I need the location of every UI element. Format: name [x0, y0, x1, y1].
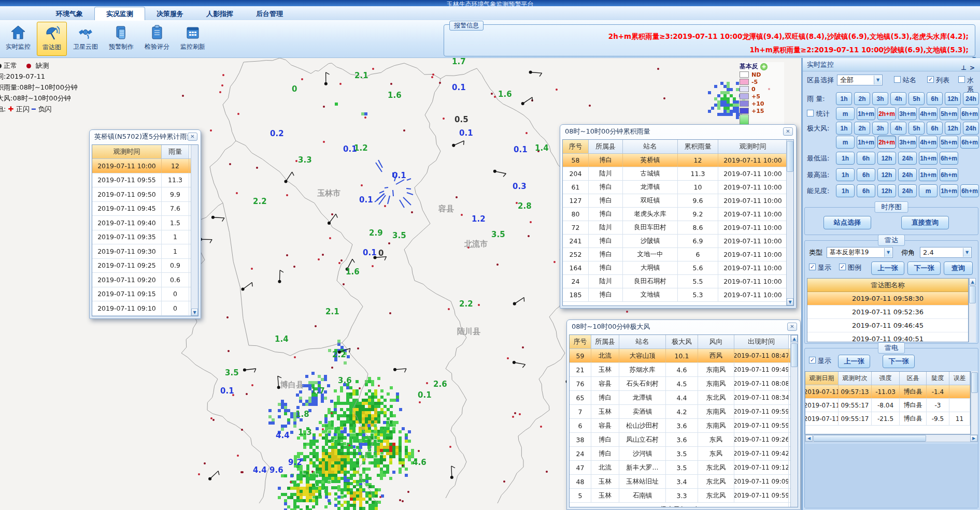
toolbar-button-6[interactable]: 监控刷新: [176, 22, 210, 56]
table-row[interactable]: 72陆川良田车田村8.62019-07-11 10:00: [563, 221, 793, 235]
interval-button-1h[interactable]: 1h: [836, 152, 855, 165]
table-row[interactable]: 59北流大容山顶10.1西风2019-07-11 08:47: [570, 349, 798, 363]
table-row[interactable]: 2019-07-11 09:100: [92, 301, 198, 316]
scroll-right-arrow[interactable]: ▶: [970, 435, 977, 442]
vertical-scrollbar[interactable]: ▼: [786, 140, 793, 305]
radar-query-button[interactable]: 查询: [944, 261, 973, 275]
table-row[interactable]: 58博白英桥镇122019-07-11 10:00: [563, 154, 793, 167]
menu-tab-3[interactable]: 决策服务: [145, 7, 195, 20]
interval-button-2h+m[interactable]: 2h+m: [877, 107, 896, 120]
table-row[interactable]: 76容县石头石剑村4.5东南风2019-07-11 08:08: [570, 377, 798, 391]
dialog-titlebar[interactable]: 英桥镇(N5702)逐5分钟累计雨量✕: [90, 130, 201, 143]
radar-list-item[interactable]: 2019-07-11 09:52:36: [807, 305, 968, 319]
scroll-down-arrow[interactable]: ▼: [191, 309, 198, 316]
interval-button-4h+m[interactable]: 4h+m: [919, 136, 938, 149]
checkbox-display[interactable]: ✓: [809, 264, 816, 270]
chevron-down-icon[interactable]: ▼: [963, 248, 971, 257]
table-row[interactable]: 2019-07-11 10:0012: [92, 159, 198, 173]
interval-button-12h[interactable]: 12h: [877, 152, 896, 165]
radar-next-button[interactable]: 下一张: [907, 261, 941, 275]
scroll-left-arrow[interactable]: ◀: [805, 435, 813, 442]
vertical-scrollbar[interactable]: [971, 371, 978, 434]
interval-button-1h+m[interactable]: 1h+m: [940, 184, 958, 197]
toolbar-button-5[interactable]: 检验评分: [140, 22, 174, 56]
menu-tab-5[interactable]: 后台管理: [245, 7, 294, 20]
table-row[interactable]: 80博白老虎头水库9.22019-07-11 10:00: [563, 208, 793, 221]
table-row[interactable]: 164博白大垌镇5.62019-07-11 10:00: [563, 261, 793, 275]
interval-button-5h+m[interactable]: 5h+m: [940, 136, 958, 149]
interval-button-m[interactable]: m: [836, 136, 855, 149]
menu-tab-2[interactable]: 实况监测: [94, 7, 145, 20]
interval-button-1h[interactable]: 1h: [836, 92, 852, 105]
horizontal-scrollbar[interactable]: ◀▶: [805, 434, 978, 442]
interval-button-12h[interactable]: 12h: [877, 168, 896, 181]
toolbar-button-2[interactable]: 雷达图: [37, 22, 67, 56]
interval-button-2h[interactable]: 2h: [854, 92, 870, 105]
table-row[interactable]: 241博白沙陂镇6.92019-07-11 10:00: [563, 235, 793, 248]
close-icon[interactable]: ✕: [188, 133, 197, 141]
table-row[interactable]: 6容县松山沙田村3.6东南风2019-07-11 09:59: [570, 419, 798, 433]
interval-button-5h[interactable]: 5h: [908, 122, 925, 135]
table-row[interactable]: 61博白龙潭镇102019-07-11 10:00: [563, 181, 793, 194]
lightning-prev-button[interactable]: 上一张: [838, 355, 870, 368]
interval-button-6h+m[interactable]: 6h+m: [960, 136, 979, 149]
table-row[interactable]: 7玉林卖酒镇4.2东南风2019-07-11 09:59: [570, 405, 798, 419]
toolbar-button-1[interactable]: 实时监控: [1, 22, 35, 56]
table-row[interactable]: 2019-07-11 09:250.9: [92, 259, 198, 273]
toolbar-button-3[interactable]: 卫星云图: [68, 22, 103, 56]
radar-list-item[interactable]: 2019-07-11 09:40:51: [807, 332, 968, 342]
interval-button-24h[interactable]: 24h: [898, 152, 917, 165]
close-icon[interactable]: ✕: [787, 323, 797, 331]
interval-button-3h+m[interactable]: 3h+m: [898, 136, 917, 149]
scroll-down-arrow[interactable]: ▼: [787, 298, 793, 305]
table-row[interactable]: 2019-07-11 09:150: [92, 287, 198, 302]
interval-button-4h[interactable]: 4h: [890, 122, 906, 135]
scroll-up-arrow[interactable]: ▲: [969, 278, 976, 285]
interval-button-5h+m[interactable]: 5h+m: [940, 107, 958, 120]
interval-button-6h+m[interactable]: 6h+m: [960, 184, 979, 197]
table-row[interactable]: 204陆川古城镇11.32019-07-11 10:00: [563, 167, 793, 181]
interval-button-24h[interactable]: 24h: [898, 184, 917, 197]
table-row[interactable]: 2019-07-11 09:457.6: [92, 202, 198, 216]
timeseries-button-2[interactable]: 直接查询: [901, 216, 949, 229]
interval-button-24h[interactable]: 24h: [963, 122, 979, 135]
interval-button-1h[interactable]: 1h: [836, 184, 855, 197]
interval-button-1h+m[interactable]: 1h+m: [919, 168, 938, 181]
interval-button-24h[interactable]: 24h: [963, 92, 979, 105]
interval-button-6h+m[interactable]: 6h+m: [960, 107, 979, 120]
rain-accumulation-dialog[interactable]: 08时~10时00分钟累积雨量✕序号所属县站名累积雨量观测时间58博白英桥镇12…: [560, 124, 797, 309]
vertical-scrollbar[interactable]: ▲: [969, 278, 976, 342]
checkbox-水系[interactable]: [958, 76, 965, 83]
table-row[interactable]: 21玉林苏烟水库4.6东南风2019-07-11 09:49: [570, 363, 798, 377]
interval-button-12h[interactable]: 12h: [945, 122, 961, 135]
interval-button-1h+m[interactable]: 1h+m: [857, 136, 875, 149]
scroll-thumb[interactable]: [971, 372, 978, 393]
table-row[interactable]: 24陆川良田石垌村5.52019-07-11 10:00: [563, 275, 793, 288]
table-row[interactable]: 252博白文地一中62019-07-11 10:00: [563, 248, 793, 261]
table-row[interactable]: 2019-07-1109:57:13-11.03博白县-1.4: [805, 385, 970, 399]
interval-button-2h[interactable]: 2h: [854, 122, 870, 135]
interval-button-6h[interactable]: 6h: [857, 184, 875, 197]
table-row[interactable]: 48玉林玉林站旧址3.4东北风2019-07-11 09:09: [570, 475, 798, 489]
checkbox-display[interactable]: ✓: [809, 357, 816, 363]
scroll-up-arrow[interactable]: ▲: [791, 335, 798, 342]
table-row[interactable]: 2019-07-11 09:200.6: [92, 273, 198, 287]
interval-button-3h[interactable]: 3h: [872, 122, 888, 135]
interval-button-m[interactable]: m: [919, 184, 938, 197]
table-row[interactable]: 2019-07-1109:55:17-21.5博白县-9.511: [805, 412, 970, 426]
checkbox-statistics[interactable]: [807, 110, 814, 116]
table-row[interactable]: 24博白沙河镇3.5东风2019-07-11 09:42: [570, 447, 798, 461]
menu-tab-1[interactable]: 环境气象: [45, 7, 94, 20]
interval-button-3h[interactable]: 3h: [872, 92, 888, 105]
vertical-scrollbar[interactable]: ▼: [191, 145, 198, 316]
interval-button-6h+m[interactable]: 6h+m: [940, 152, 958, 165]
pin-icon[interactable]: ⊥: [961, 61, 967, 75]
lightning-next-button[interactable]: 下一张: [883, 355, 915, 368]
dialog-titlebar[interactable]: 08时~10时00分钟累积雨量✕: [560, 125, 796, 138]
scroll-thumb[interactable]: [787, 141, 793, 172]
interval-button-3h+m[interactable]: 3h+m: [898, 107, 917, 120]
interval-button-6h[interactable]: 6h: [927, 122, 943, 135]
interval-button-6h[interactable]: 6h: [857, 168, 875, 181]
interval-button-m[interactable]: m: [836, 107, 855, 120]
interval-button-2h+m[interactable]: 2h+m: [877, 136, 896, 149]
